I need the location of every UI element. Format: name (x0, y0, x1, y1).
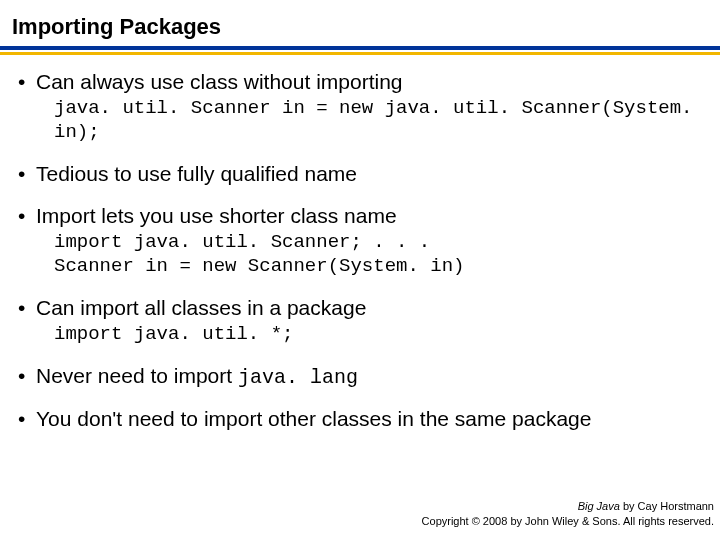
bullet-text: Never need to import (36, 364, 238, 387)
title-rule-gold (0, 52, 720, 55)
slide-content: Can always use class without importing j… (0, 69, 720, 432)
bullet-text: Tedious to use fully qualified name (36, 162, 357, 185)
footer-line-1: Big Java by Cay Horstmann (422, 499, 714, 513)
bullet-item: Import lets you use shorter class name i… (18, 203, 702, 279)
bullet-item: You don't need to import other classes i… (18, 406, 702, 432)
bullet-item: Can always use class without importing j… (18, 69, 702, 145)
bullet-text: You don't need to import other classes i… (36, 407, 591, 430)
slide-footer: Big Java by Cay Horstmann Copyright © 20… (422, 499, 714, 528)
bullet-text: Can import all classes in a package (36, 296, 366, 319)
bullet-item: Never need to import java. lang (18, 363, 702, 390)
code-block: import java. util. *; (36, 323, 702, 347)
book-title: Big Java (578, 500, 620, 512)
footer-line-2: Copyright © 2008 by John Wiley & Sons. A… (422, 514, 714, 528)
bullet-text: Import lets you use shorter class name (36, 204, 397, 227)
slide-title: Importing Packages (0, 14, 720, 46)
bullet-list: Can always use class without importing j… (18, 69, 702, 432)
inline-code: java. lang (238, 366, 358, 389)
author-text: by Cay Horstmann (620, 500, 714, 512)
bullet-item: Tedious to use fully qualified name (18, 161, 702, 187)
bullet-item: Can import all classes in a package impo… (18, 295, 702, 347)
title-rule-blue (0, 46, 720, 50)
code-block: java. util. Scanner in = new java. util.… (36, 97, 702, 145)
code-block: import java. util. Scanner; . . . Scanne… (36, 231, 702, 279)
bullet-text: Can always use class without importing (36, 70, 403, 93)
